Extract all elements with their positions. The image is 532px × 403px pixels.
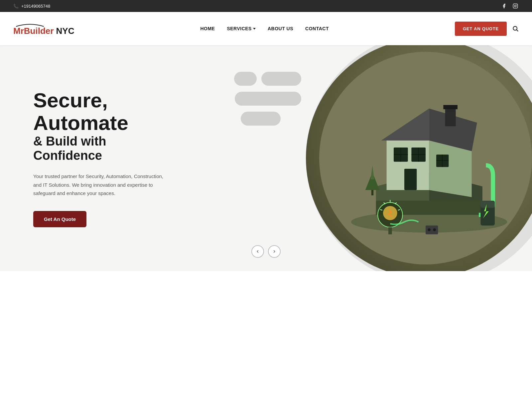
- svg-point-1: [514, 5, 516, 7]
- nav-links: HOME SERVICES ABOUT US CONTACT: [200, 26, 329, 32]
- phone-icon: 📞: [13, 4, 19, 9]
- svg-point-41: [428, 228, 431, 231]
- get-quote-button[interactable]: GET AN QUOTE: [455, 22, 507, 36]
- svg-line-4: [517, 30, 518, 32]
- logo-text: MrBuilder NYC: [13, 26, 74, 36]
- svg-rect-40: [426, 226, 438, 235]
- top-bar-left: 📞 +19149065748: [13, 4, 50, 9]
- svg-rect-16: [443, 105, 458, 109]
- hero-title-main: Secure, Automate: [33, 89, 173, 134]
- nav-item-about[interactable]: ABOUT US: [268, 26, 293, 32]
- svg-rect-36: [480, 201, 495, 208]
- pill-small: [234, 72, 257, 86]
- hero-description: Your trusted partner for Security, Autom…: [33, 172, 173, 198]
- facebook-icon[interactable]: [501, 3, 507, 9]
- nav-item-home[interactable]: HOME: [200, 26, 215, 32]
- hero-quote-button[interactable]: Get An Quote: [33, 211, 86, 227]
- nav-link-about[interactable]: ABOUT US: [268, 26, 293, 31]
- top-bar: 📞 +19149065748: [0, 0, 532, 12]
- svg-point-2: [516, 5, 517, 5]
- logo[interactable]: MrBuilder NYC: [13, 21, 74, 36]
- carousel-prev-button[interactable]: [251, 245, 264, 258]
- house-illustration: [319, 52, 532, 264]
- pill-large: [235, 92, 301, 106]
- svg-point-3: [513, 26, 517, 30]
- search-button[interactable]: [512, 25, 519, 32]
- hero-section: Secure, Automate & Build with Confidence…: [0, 45, 532, 271]
- hero-decorations: [234, 72, 301, 126]
- svg-rect-39: [371, 190, 373, 195]
- svg-rect-34: [388, 227, 392, 234]
- nav-link-home[interactable]: HOME: [200, 26, 215, 31]
- top-bar-right: [501, 3, 519, 9]
- carousel-next-button[interactable]: [268, 245, 281, 258]
- nav-item-services[interactable]: SERVICES: [227, 26, 256, 31]
- phone-number: +19149065748: [21, 4, 50, 9]
- svg-rect-15: [445, 107, 456, 126]
- hero-content: Secure, Automate & Build with Confidence…: [0, 62, 206, 254]
- svg-rect-23: [404, 169, 417, 190]
- hero-title-sub: & Build with Confidence: [33, 134, 173, 163]
- pill-medium2: [241, 112, 281, 126]
- below-fold: [0, 271, 532, 371]
- svg-point-42: [433, 228, 436, 231]
- nav-link-services[interactable]: SERVICES: [227, 26, 256, 31]
- navbar: MrBuilder NYC HOME SERVICES ABOUT US CON…: [0, 12, 532, 45]
- pill-medium: [261, 72, 301, 86]
- svg-rect-0: [513, 4, 517, 8]
- chevron-down-icon: [253, 28, 256, 30]
- nav-right: GET AN QUOTE: [455, 22, 519, 36]
- instagram-icon[interactable]: [512, 3, 519, 9]
- carousel-nav: [251, 245, 281, 258]
- nav-link-contact[interactable]: CONTACT: [305, 26, 329, 31]
- hero-image-circle: [306, 45, 532, 271]
- nav-item-contact[interactable]: CONTACT: [305, 26, 329, 32]
- svg-point-28: [383, 206, 397, 220]
